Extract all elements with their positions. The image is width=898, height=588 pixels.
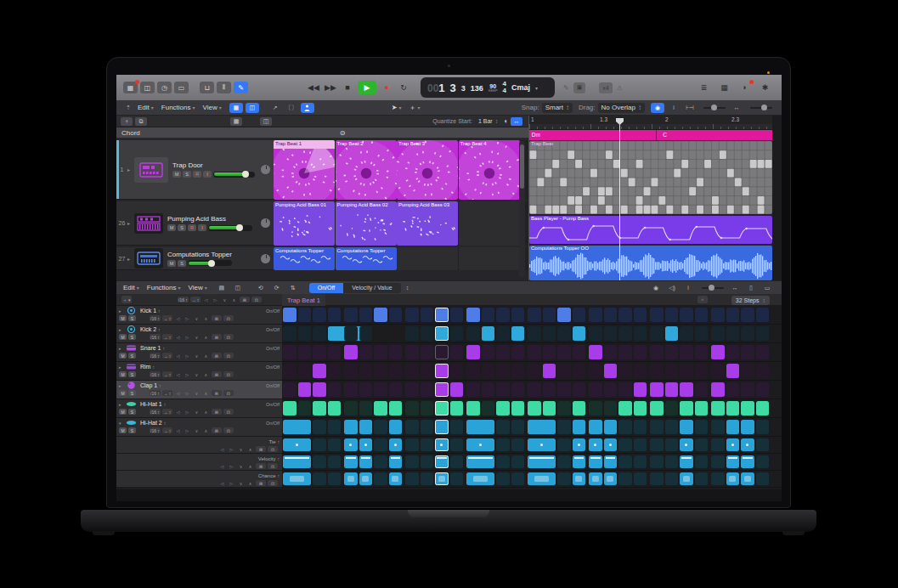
step-cell[interactable]: [650, 382, 664, 397]
stop-button[interactable]: ■: [341, 83, 354, 92]
step-cell[interactable]: [528, 438, 556, 451]
step-cell[interactable]: [604, 472, 618, 485]
loop-cell[interactable]: Trap Beat 2: [336, 140, 397, 200]
v-zoom-slider[interactable]: [750, 107, 772, 109]
step-cell[interactable]: [435, 438, 449, 451]
row-down-icon[interactable]: ∨: [193, 315, 200, 321]
step-cell[interactable]: [634, 364, 647, 378]
step-cell[interactable]: [313, 420, 326, 434]
row-playmode[interactable]: → ↕: [162, 334, 172, 340]
step-cell[interactable]: [374, 401, 387, 416]
step-cell[interactable]: [496, 345, 510, 359]
step-cell[interactable]: [435, 326, 449, 341]
step-cell[interactable]: [618, 382, 632, 397]
step-cell[interactable]: [573, 308, 586, 322]
step-cell[interactable]: [543, 364, 556, 378]
solo-rec-button[interactable]: S: [178, 260, 186, 267]
mute-button[interactable]: M: [172, 171, 181, 178]
step-cell[interactable]: [405, 438, 419, 451]
step-cell[interactable]: [405, 420, 419, 434]
subrow-dec-icon[interactable]: ⊡: [268, 446, 278, 452]
track-header-1[interactable]: 1▸Trap DoorMSRI: [116, 140, 274, 200]
chord-strip[interactable]: DmC: [529, 130, 772, 140]
subrow-rotate-right-icon[interactable]: ▷: [228, 463, 235, 469]
step-cell[interactable]: [711, 401, 725, 416]
step-cell[interactable]: [435, 420, 449, 434]
row-up-icon[interactable]: ∧: [202, 315, 210, 321]
step-cell[interactable]: [726, 345, 740, 359]
step-cell[interactable]: [528, 326, 541, 341]
track-disclosure-icon[interactable]: ▸: [127, 167, 134, 172]
step-cell[interactable]: [634, 382, 647, 397]
step-cell[interactable]: [604, 364, 618, 378]
step-cell[interactable]: [298, 401, 312, 416]
row-dec-icon[interactable]: ⊡: [223, 371, 234, 377]
step-cell[interactable]: [466, 401, 480, 416]
row-solo-button[interactable]: S: [128, 409, 136, 415]
step-cell[interactable]: [665, 326, 679, 341]
volume-slider[interactable]: [188, 260, 232, 266]
ll-functions-menu[interactable]: Functions▾: [161, 104, 195, 111]
row-div-value[interactable]: /16 ↕: [150, 427, 161, 433]
row-rotate-right-icon[interactable]: ▷: [184, 334, 191, 340]
step-cell[interactable]: [680, 438, 693, 451]
step-cell[interactable]: [344, 308, 358, 322]
step-cell[interactable]: [511, 472, 525, 485]
seq-functions-menu[interactable]: Functions▾: [147, 284, 181, 291]
seq-row-header[interactable]: ▸Kick 1↕On/OffMS/16 ↕→ ↕◁▷∨∧⊞⊡: [116, 306, 282, 325]
step-cell[interactable]: [511, 345, 525, 359]
live-loops-scrollbar[interactable]: [519, 141, 525, 277]
search-icon[interactable]: ⌕: [698, 296, 708, 303]
step-cell[interactable]: [618, 364, 632, 378]
step-cell[interactable]: [604, 455, 618, 468]
row-div-value[interactable]: /16 ↕: [150, 371, 161, 377]
preview-speaker-icon[interactable]: ◁): [665, 283, 679, 293]
step-cell[interactable]: [450, 364, 464, 378]
subrow-dec-icon[interactable]: ⊡: [268, 480, 278, 486]
snap-select[interactable]: Smart↕: [542, 103, 573, 113]
loop-cell[interactable]: Trap Beat 3: [397, 140, 458, 200]
step-cell[interactable]: [557, 420, 571, 434]
step-cell[interactable]: [726, 420, 740, 434]
step-cell[interactable]: [528, 401, 541, 416]
add-scene-icon[interactable]: ＋: [121, 117, 133, 126]
step-cell[interactable]: [313, 382, 326, 397]
step-cell[interactable]: [634, 345, 647, 359]
region-trap-beat[interactable]: Trap Beat: [529, 141, 772, 214]
step-cell[interactable]: [344, 455, 358, 468]
step-cell[interactable]: [741, 420, 754, 434]
step-cell[interactable]: [589, 326, 602, 341]
step-cell[interactable]: [328, 382, 342, 397]
step-cell[interactable]: [450, 326, 464, 341]
step-cell[interactable]: [359, 438, 373, 451]
step-cell[interactable]: [650, 345, 664, 359]
step-cell[interactable]: [711, 472, 725, 485]
step-cell[interactable]: [665, 345, 679, 359]
row-inc-icon[interactable]: ⊞: [212, 334, 222, 340]
row-dec-icon[interactable]: ⊡: [223, 353, 234, 359]
row-down-icon[interactable]: ∨: [193, 409, 200, 415]
step-cell[interactable]: [421, 420, 434, 434]
cells-view-icon[interactable]: ◫: [246, 103, 259, 113]
step-cell[interactable]: [557, 382, 571, 397]
step-cell[interactable]: [528, 308, 541, 322]
region-computations-topper[interactable]: Computations Topper OO: [529, 246, 772, 280]
step-cell[interactable]: [496, 326, 510, 341]
step-cell[interactable]: [618, 326, 632, 341]
volume-knob[interactable]: [236, 224, 243, 231]
step-cell[interactable]: [511, 420, 525, 434]
step-cell[interactable]: [589, 308, 602, 322]
subrow-rotate-left-icon[interactable]: ◁: [218, 463, 226, 469]
h-expand-icon[interactable]: ↔: [730, 103, 743, 113]
step-cell[interactable]: [421, 364, 434, 378]
row-stepper-icon[interactable]: ↕: [164, 421, 167, 426]
step-cell[interactable]: [405, 345, 419, 359]
step-cell[interactable]: [711, 438, 725, 451]
bell-icon[interactable]: ◗: [737, 82, 752, 93]
step-cell[interactable]: [665, 455, 679, 468]
playhead-marker[interactable]: [616, 118, 624, 125]
step-cell[interactable]: [618, 345, 632, 359]
step-cell[interactable]: [328, 455, 342, 468]
row-disclosure-icon[interactable]: ▸: [119, 383, 125, 388]
step-cell[interactable]: [756, 326, 770, 341]
